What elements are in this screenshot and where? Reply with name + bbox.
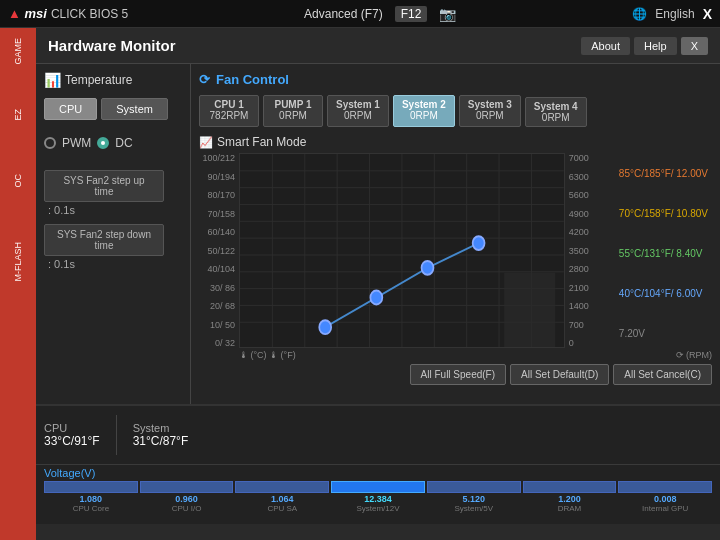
fan-control-header: ⟳ Fan Control — [199, 72, 712, 87]
advanced-mode: Advanced (F7) — [304, 7, 383, 21]
voltage-dram-value: 1.200 — [558, 494, 581, 504]
fan-buttons-row: CPU 1 782RPM PUMP 1 0RPM System 1 0RPM S… — [199, 95, 712, 127]
step-up-button[interactable]: SYS Fan2 step up time — [44, 170, 164, 202]
voltage-sys12v-label: System/12V — [356, 504, 399, 513]
voltage-cpu-sa: 1.064 CPU SA — [235, 481, 329, 513]
smart-fan-label: Smart Fan Mode — [217, 135, 306, 149]
sidebar-item-ez[interactable]: EZ — [11, 103, 25, 127]
voltage-sys5v-bar — [427, 481, 521, 493]
action-buttons: All Full Speed(F) All Set Default(D) All… — [199, 364, 712, 385]
status-bar: CPU 33°C/91°F System 31°C/87°F — [36, 404, 720, 464]
chart-point-4[interactable] — [473, 236, 485, 250]
fan-sys4[interactable]: System 4 0RPM — [525, 97, 587, 127]
chart-point-1[interactable] — [319, 320, 331, 334]
cpu-status-value: 33°C/91°F — [44, 434, 100, 448]
voltage-cpu-core-value: 1.080 — [80, 494, 103, 504]
step-down-button[interactable]: SYS Fan2 step down time — [44, 224, 164, 256]
fan-sys2-label: System 2 — [402, 99, 446, 110]
all-full-speed-button[interactable]: All Full Speed(F) — [410, 364, 506, 385]
cpu-status: CPU 33°C/91°F — [44, 422, 100, 448]
dc-radio[interactable] — [97, 137, 109, 149]
svg-rect-19 — [504, 273, 555, 347]
fan-curve-chart[interactable] — [239, 153, 565, 348]
voltage-cpu-sa-bar — [235, 481, 329, 493]
top-section: 📊 Temperature CPU System PWM DC SYS Fan2… — [36, 64, 720, 404]
x-label-rpm: ⟳ (RPM) — [296, 350, 712, 360]
fan-cpu1-rpm: 782RPM — [208, 110, 250, 121]
fan-sys1[interactable]: System 1 0RPM — [327, 95, 389, 127]
temperature-ranges: 85°C/185°F/ 12.00V 70°C/158°F/ 10.80V 55… — [615, 153, 712, 353]
fan-pump1[interactable]: PUMP 1 0RPM — [263, 95, 323, 127]
voltage-sys12v-bar — [331, 481, 425, 493]
step-down-value: : 0.1s — [44, 258, 182, 270]
temp-range-5: 7.20V — [619, 328, 708, 339]
cpu-sys-buttons: CPU System — [44, 98, 182, 120]
voltage-igpu-label: Internal GPU — [642, 504, 688, 513]
all-set-default-button[interactable]: All Set Default(D) — [510, 364, 609, 385]
voltage-dram: 1.200 DRAM — [523, 481, 617, 513]
top-close[interactable]: X — [703, 6, 712, 22]
language-label[interactable]: English — [655, 7, 694, 21]
voltage-sys5v: 5.120 System/5V — [427, 481, 521, 513]
logo-area: ▲ msi CLICK BIOS 5 — [8, 6, 128, 21]
chart-svg — [240, 154, 564, 347]
voltage-sys12v-value: 12.384 — [364, 494, 392, 504]
status-divider — [116, 415, 117, 455]
voltage-igpu-value: 0.008 — [654, 494, 677, 504]
about-button[interactable]: About — [581, 37, 630, 55]
temp-range-1: 85°C/185°F/ 12.00V — [619, 168, 708, 179]
sys-status-value: 31°C/87°F — [133, 434, 189, 448]
cpu-status-label: CPU — [44, 422, 100, 434]
help-button[interactable]: Help — [634, 37, 677, 55]
top-bar: ▲ msi CLICK BIOS 5 Advanced (F7) F12 📷 🌐… — [0, 0, 720, 28]
window-buttons: About Help X — [581, 37, 708, 55]
flag-icon: 🌐 — [632, 7, 647, 21]
left-sidebar: GAME EZ OC M-FLASH — [0, 28, 36, 540]
bios-title: CLICK BIOS 5 — [51, 7, 128, 21]
fan-pump1-label: PUMP 1 — [272, 99, 314, 110]
sidebar-item-game[interactable]: GAME — [11, 32, 25, 71]
voltage-igpu: 0.008 Internal GPU — [618, 481, 712, 513]
voltage-label: Voltage(V) — [44, 467, 712, 479]
all-set-cancel-button[interactable]: All Set Cancel(C) — [613, 364, 712, 385]
window-title-bar: Hardware Monitor About Help X — [36, 28, 720, 64]
pwm-radio[interactable] — [44, 137, 56, 149]
cpu-temp-button[interactable]: CPU — [44, 98, 97, 120]
chart-point-2[interactable] — [370, 291, 382, 305]
fan-sys1-rpm: 0RPM — [336, 110, 380, 121]
voltage-cpu-io-value: 0.960 — [175, 494, 198, 504]
temp-range-2: 70°C/158°F/ 10.80V — [619, 208, 708, 219]
window-close-button[interactable]: X — [681, 37, 708, 55]
smart-fan-icon: 📈 — [199, 136, 213, 149]
fan-sys3[interactable]: System 3 0RPM — [459, 95, 521, 127]
fan-sys2[interactable]: System 2 0RPM — [393, 95, 455, 127]
pwm-label: PWM — [62, 136, 91, 150]
system-temp-button[interactable]: System — [101, 98, 168, 120]
voltage-cpu-io: 0.960 CPU I/O — [140, 481, 234, 513]
voltage-bars: 1.080 CPU Core 0.960 CPU I/O 1.064 CPU S… — [44, 481, 712, 513]
fan-cpu1[interactable]: CPU 1 782RPM — [199, 95, 259, 127]
sidebar-item-mflash[interactable]: M-FLASH — [11, 236, 25, 288]
fan-sys3-rpm: 0RPM — [468, 110, 512, 121]
voltage-cpu-core-bar — [44, 481, 138, 493]
chart-wrapper: 100/212 90/194 80/170 70/158 60/140 50/1… — [199, 153, 712, 348]
chart-y-axis-left: 100/212 90/194 80/170 70/158 60/140 50/1… — [199, 153, 239, 348]
voltage-igpu-bar — [618, 481, 712, 493]
top-right: 🌐 English X — [632, 6, 712, 22]
smart-fan-title: 📈 Smart Fan Mode — [199, 135, 712, 149]
chart-point-3[interactable] — [422, 261, 434, 275]
sidebar-item-oc[interactable]: OC — [11, 168, 25, 194]
fan-sys1-label: System 1 — [336, 99, 380, 110]
x-label-temp: 🌡 (°C) 🌡 (°F) — [239, 350, 296, 360]
voltage-dram-label: DRAM — [558, 504, 582, 513]
pwm-dc-selector: PWM DC — [44, 136, 182, 150]
voltage-cpu-sa-label: CPU SA — [267, 504, 297, 513]
fan-control-panel: ⟳ Fan Control CPU 1 782RPM PUMP 1 0RPM S… — [191, 64, 720, 404]
window-title: Hardware Monitor — [48, 37, 176, 54]
voltage-sys12v: 12.384 System/12V — [331, 481, 425, 513]
voltage-cpu-io-bar — [140, 481, 234, 493]
voltage-cpu-io-label: CPU I/O — [172, 504, 202, 513]
dc-label: DC — [115, 136, 132, 150]
fan-sys2-rpm: 0RPM — [402, 110, 446, 121]
screenshot-icon: 📷 — [439, 6, 456, 22]
